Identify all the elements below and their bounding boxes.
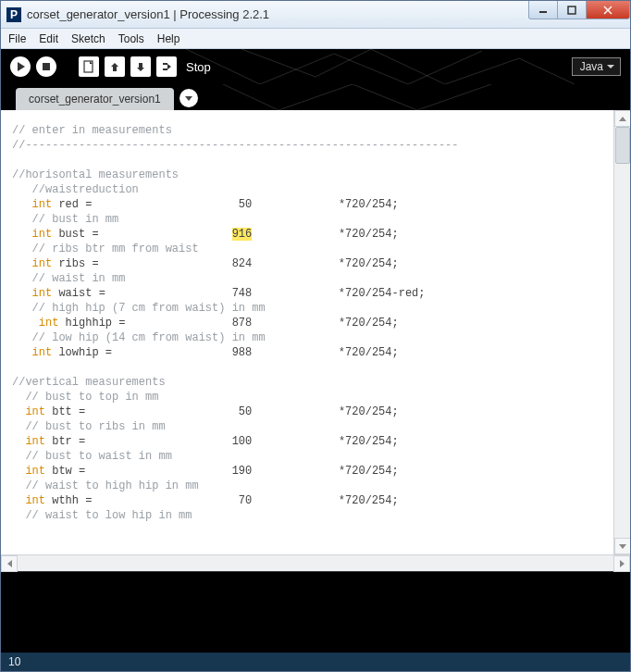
- tabbar: corset_generator_version1: [1, 84, 630, 110]
- mode-value: Java: [580, 60, 603, 73]
- save-icon: [134, 60, 147, 73]
- close-icon: [603, 6, 612, 15]
- stop-icon: [43, 63, 50, 70]
- save-button[interactable]: [130, 56, 151, 77]
- window-controls: [528, 1, 630, 19]
- tab-active[interactable]: corset_generator_version1: [16, 88, 174, 110]
- menu-file[interactable]: File: [8, 32, 26, 45]
- open-icon: [108, 60, 121, 73]
- line-number: 10: [8, 655, 20, 668]
- play-icon: [18, 62, 25, 71]
- statusbar: 10: [1, 653, 630, 671]
- scroll-up-button[interactable]: [614, 110, 630, 127]
- open-button[interactable]: [105, 56, 125, 77]
- app-window: P corset_generator_version1 | Processing…: [0, 0, 631, 672]
- app-icon: P: [6, 7, 21, 22]
- close-button[interactable]: [586, 1, 630, 19]
- console-panel[interactable]: [1, 571, 630, 653]
- scroll-thumb[interactable]: [615, 127, 630, 164]
- export-button[interactable]: [156, 56, 177, 77]
- editor-area: // enter in measurements //-------------…: [1, 110, 630, 554]
- stop-button[interactable]: [36, 56, 56, 77]
- minimize-button[interactable]: [528, 1, 558, 19]
- menubar: File Edit Sketch Tools Help: [1, 29, 630, 49]
- minimize-icon: [538, 6, 548, 14]
- new-button[interactable]: [79, 56, 99, 77]
- menu-tools[interactable]: Tools: [118, 32, 144, 45]
- maximize-icon: [567, 6, 576, 15]
- toolbar-status-label: Stop: [186, 60, 211, 74]
- code-editor[interactable]: // enter in measurements //-------------…: [1, 110, 613, 554]
- horizontal-scrollbar[interactable]: [1, 554, 630, 571]
- scroll-down-button[interactable]: [614, 538, 630, 554]
- new-icon: [82, 60, 95, 73]
- export-icon: [160, 60, 173, 73]
- maximize-button[interactable]: [557, 1, 587, 19]
- svg-rect-1: [568, 6, 575, 14]
- run-button[interactable]: [10, 56, 31, 77]
- svg-rect-0: [539, 11, 547, 13]
- menu-edit[interactable]: Edit: [39, 32, 58, 45]
- menu-help[interactable]: Help: [157, 32, 180, 45]
- vertical-scrollbar[interactable]: [613, 110, 630, 554]
- toolbar: Stop Java: [1, 49, 630, 84]
- mode-selector[interactable]: Java: [572, 57, 621, 76]
- tab-menu-button[interactable]: [179, 89, 198, 107]
- window-title: corset_generator_version1 | Processing 2…: [27, 7, 269, 21]
- scroll-left-button[interactable]: [1, 555, 18, 572]
- menu-sketch[interactable]: Sketch: [71, 32, 105, 45]
- scroll-right-button[interactable]: [613, 555, 630, 572]
- titlebar: P corset_generator_version1 | Processing…: [1, 1, 630, 29]
